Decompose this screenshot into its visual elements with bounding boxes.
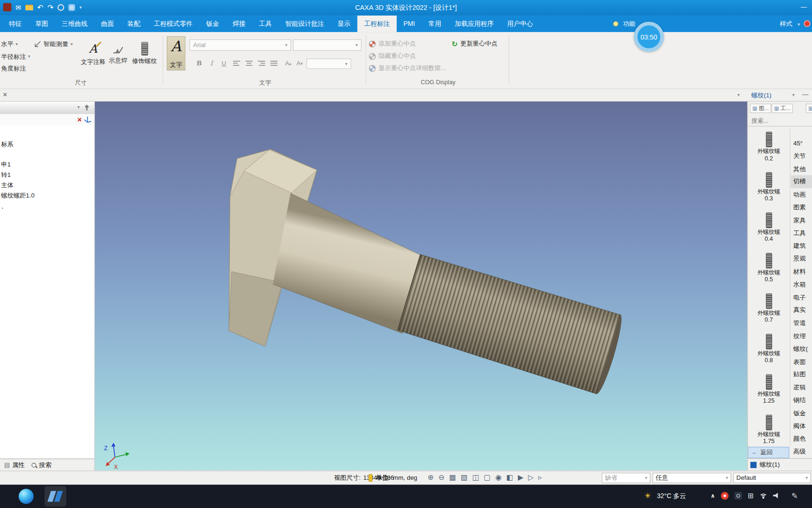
- library-category[interactable]: 螺纹(: [791, 342, 812, 355]
- library-thread-item[interactable]: 外螺纹螺 0.2: [748, 128, 789, 169]
- view-config-dropdown[interactable]: 任意▾: [653, 473, 732, 483]
- font-family-dropdown[interactable]: Arial▾: [189, 40, 291, 51]
- smart-measure-button[interactable]: 智能测量▾: [34, 40, 73, 49]
- font-size-dropdown[interactable]: ▾: [306, 59, 351, 69]
- status-bar-icon[interactable]: ▹: [538, 473, 542, 482]
- library-category[interactable]: 管道: [791, 317, 812, 330]
- status-bar-icon[interactable]: ▢: [484, 473, 491, 482]
- library-category[interactable]: 图素: [791, 201, 812, 214]
- library-category[interactable]: 建筑: [791, 240, 812, 253]
- library-category[interactable]: 高级: [791, 445, 812, 458]
- library-category[interactable]: 家具: [791, 214, 812, 227]
- radius-dim-button[interactable]: 半径标注▾: [1, 52, 30, 61]
- ribbon-tab[interactable]: 特征: [2, 16, 28, 32]
- hint-label[interactable]: 功能: [623, 16, 635, 32]
- ribbon-tab[interactable]: 常用: [422, 16, 448, 32]
- tree-item[interactable]: 主体: [0, 180, 94, 190]
- library-back-button[interactable]: ← 返回: [748, 447, 789, 458]
- align-justify-icon[interactable]: [270, 60, 277, 66]
- library-thread-item[interactable]: 外螺纹螺 1.25: [748, 371, 789, 412]
- library-category[interactable]: 其他: [791, 163, 812, 175]
- edge-browser-icon[interactable]: [19, 489, 34, 504]
- text-note-button[interactable]: A 文字注释: [81, 42, 106, 66]
- library-category[interactable]: 材料: [791, 265, 812, 278]
- library-category[interactable]: 纹理: [791, 330, 812, 342]
- tree-item[interactable]: 申1: [0, 159, 94, 169]
- status-bar-icon[interactable]: ▦: [449, 473, 456, 482]
- underline-button[interactable]: U: [219, 58, 229, 68]
- library-thread-item[interactable]: 外螺纹螺 0.4: [748, 209, 789, 250]
- library-view-button-3[interactable]: ⊞: [806, 103, 812, 113]
- caxa-app-icon[interactable]: [45, 486, 66, 507]
- viewport-3d[interactable]: Z X: [95, 102, 748, 471]
- style-dropdown-icon[interactable]: ▾: [797, 22, 800, 27]
- library-category[interactable]: 逻辑: [791, 381, 812, 394]
- pin-icon[interactable]: [83, 104, 90, 111]
- library-panel-title[interactable]: 螺纹(1): [751, 91, 772, 100]
- wifi-icon[interactable]: [759, 492, 767, 498]
- library-category[interactable]: 切槽: [791, 175, 812, 188]
- library-category[interactable]: 水箱: [791, 278, 812, 291]
- cancel-icon[interactable]: ×: [77, 115, 82, 124]
- status-bar-icon[interactable]: ◫: [472, 473, 479, 482]
- library-category[interactable]: 景观: [791, 253, 812, 265]
- italic-button[interactable]: I: [206, 58, 217, 68]
- tree-item[interactable]: 转1: [0, 169, 94, 180]
- ribbon-tab[interactable]: 草图: [29, 16, 55, 32]
- style-menu[interactable]: 样式: [780, 16, 792, 32]
- status-bar-icon[interactable]: ▧: [461, 473, 468, 482]
- angle-dim-button[interactable]: 角度标注: [1, 64, 26, 73]
- library-category[interactable]: 阀体: [791, 420, 812, 432]
- library-category[interactable]: 45°: [791, 137, 812, 150]
- font-size-up-button[interactable]: A▴: [283, 58, 294, 68]
- library-thread-item[interactable]: 外螺纹螺 0.3: [748, 169, 789, 209]
- ribbon-tab[interactable]: 装配: [121, 16, 147, 32]
- viewport-options-dropdown-icon[interactable]: ▾: [737, 93, 740, 97]
- close-pane-icon[interactable]: ×: [3, 91, 7, 99]
- pen-input-icon[interactable]: ✎: [791, 492, 798, 501]
- library-category[interactable]: 真实: [791, 304, 812, 317]
- tray-chevron-icon[interactable]: ∧: [710, 492, 715, 499]
- library-search[interactable]: [748, 115, 812, 127]
- axis-tool-icon[interactable]: [84, 116, 92, 124]
- library-search-input[interactable]: [751, 118, 808, 124]
- hide-cog-button[interactable]: 隐藏重心中点: [369, 52, 416, 61]
- bold-button[interactable]: B: [194, 58, 204, 68]
- ribbon-tab[interactable]: 三维曲线: [55, 16, 94, 32]
- tree-item[interactable]: 标系: [0, 139, 94, 149]
- tab-properties[interactable]: ▤ 属性: [4, 460, 24, 469]
- library-category[interactable]: 关节: [791, 150, 812, 162]
- horizontal-dim-button[interactable]: 水平▾: [1, 40, 18, 49]
- font-style-dropdown[interactable]: ▾: [293, 40, 361, 51]
- library-view-button-1[interactable]: ⊞ 图...: [750, 103, 772, 113]
- update-cog-button[interactable]: ↻ 更新重心中点: [452, 40, 498, 48]
- library-thread-item[interactable]: 外螺纹螺 1.75: [748, 412, 789, 452]
- library-category[interactable]: 电子: [791, 291, 812, 304]
- library-thread-item[interactable]: 外螺纹螺 0.5: [748, 250, 789, 290]
- tree-item[interactable]: 、: [0, 200, 94, 211]
- align-left-icon[interactable]: [233, 60, 240, 66]
- volume-icon[interactable]: [773, 492, 780, 498]
- cosmetic-thread-button[interactable]: 修饰螺纹: [131, 42, 159, 66]
- ribbon-tab[interactable]: 智能设计批注: [279, 16, 331, 32]
- ribbon-tab[interactable]: 用户中心: [500, 16, 540, 32]
- tray-app-icon-dark[interactable]: [734, 492, 742, 500]
- font-size-down-button[interactable]: A▾: [294, 58, 305, 68]
- library-category[interactable]: 表面: [791, 356, 812, 368]
- style-config-dropdown[interactable]: Default▾: [733, 473, 811, 483]
- library-minimize-icon[interactable]: —: [802, 91, 808, 98]
- add-cog-button[interactable]: 添加重心中点: [369, 40, 416, 48]
- render-config-dropdown[interactable]: 缺省▾: [602, 473, 651, 483]
- align-center-icon[interactable]: [245, 60, 252, 66]
- show-cog-details-button[interactable]: 显示重心中点详细数据...: [369, 64, 446, 73]
- status-bar-icon[interactable]: ▶: [518, 473, 523, 482]
- library-category[interactable]: 贴图: [791, 368, 812, 381]
- library-view-button-2[interactable]: ⊞ 工...: [772, 103, 793, 113]
- library-category[interactable]: 钢结: [791, 394, 812, 406]
- recording-timer[interactable]: 03:50: [634, 22, 664, 52]
- record-icon[interactable]: [804, 20, 810, 27]
- ribbon-tab[interactable]: 显示: [331, 16, 357, 32]
- status-bar-icon[interactable]: ◧: [506, 473, 513, 482]
- tab-search[interactable]: 搜索: [32, 460, 52, 469]
- ribbon-tab[interactable]: 钣金: [199, 16, 226, 32]
